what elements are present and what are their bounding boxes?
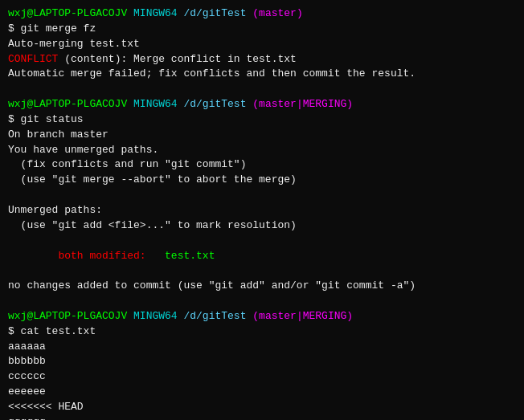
blank-1 <box>8 82 516 97</box>
prompt-branch-3: (master|MERGING) <box>246 310 353 322</box>
prompt-app-3: MINGW64 <box>133 310 178 322</box>
prompt-branch-1: (master) <box>246 7 302 19</box>
file-line-3: cccccc <box>8 369 516 385</box>
file-line-1: aaaaaa <box>8 340 516 355</box>
blank-2 <box>8 188 516 203</box>
file-line-conflict-start: <<<<<<< HEAD <box>8 400 516 415</box>
status-no-changes: no changes added to commit (use "git add… <box>8 279 516 294</box>
file-line-4: eeeeee <box>8 385 516 400</box>
both-mod-label: both modified: <box>8 250 146 262</box>
prompt-sep-3 <box>127 310 133 322</box>
blank-5 <box>8 294 516 309</box>
prompt-user-2: wxj@LAPTOP-PLGACOJV <box>8 98 127 110</box>
blank-3 <box>8 234 516 249</box>
prompt-line-2: wxj@LAPTOP-PLGACOJV MINGW64 /d/gitTest (… <box>8 97 516 112</box>
prompt-line-3: wxj@LAPTOP-PLGACOJV MINGW64 /d/gitTest (… <box>8 309 516 324</box>
status-add-hint: (use "git add <file>..." to mark resolut… <box>8 218 516 234</box>
prompt-branch-2: (master|MERGING) <box>246 98 353 110</box>
file-line-2: bbbbbb <box>8 354 516 369</box>
conflict-label: CONFLICT <box>8 53 58 65</box>
prompt-user-3: wxj@LAPTOP-PLGACOJV <box>8 310 127 322</box>
status-unmerged: You have unmerged paths. <box>8 143 516 158</box>
both-modified-line: both modified: test.txt <box>8 249 516 264</box>
terminal: wxj@LAPTOP-PLGACOJV MINGW64 /d/gitTest (… <box>8 6 516 420</box>
output-conflict: CONFLICT (content): Merge conflict in te… <box>8 52 516 67</box>
prompt-path-3: /d/gitTest <box>178 310 247 322</box>
both-mod-file: test.txt <box>146 250 215 262</box>
prompt-user-1: wxj@LAPTOP-PLGACOJV <box>8 7 127 19</box>
status-branch: On branch master <box>8 128 516 143</box>
prompt-sep-2 <box>127 98 133 110</box>
prompt-line-1: wxj@LAPTOP-PLGACOJV MINGW64 /d/gitTest (… <box>8 6 516 22</box>
conflict-rest: (content): Merge conflict in test.txt <box>58 53 296 65</box>
output-automerge: Auto-merging test.txt <box>8 37 516 52</box>
blank-4 <box>8 263 516 279</box>
prompt-sep-1 <box>127 7 133 19</box>
output-automerge-failed: Automatic merge failed; fix conflicts an… <box>8 67 516 82</box>
prompt-app-1: MINGW64 <box>133 7 178 19</box>
cmd-line-3: $ cat test.txt <box>8 324 516 340</box>
file-line-ours: gggggg <box>8 415 516 420</box>
status-abort: (use "git merge --abort" to abort the me… <box>8 173 516 188</box>
prompt-app-2: MINGW64 <box>133 98 178 110</box>
status-fix: (fix conflicts and run "git commit") <box>8 157 516 173</box>
cmd-line-2: $ git status <box>8 112 516 128</box>
prompt-path-1: /d/gitTest <box>178 7 247 19</box>
status-unmerged-paths: Unmerged paths: <box>8 203 516 218</box>
cmd-line-1: $ git merge fz <box>8 22 516 37</box>
prompt-path-2: /d/gitTest <box>178 98 247 110</box>
